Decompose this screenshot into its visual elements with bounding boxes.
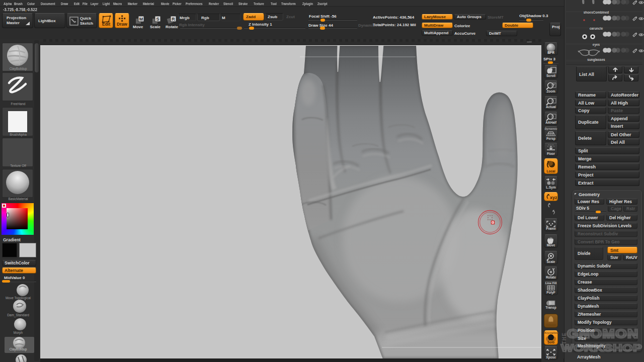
svg-text:M: M [139,17,143,22]
svg-text:R: R [172,17,175,22]
svg-text:xyz: xyz [550,195,557,200]
svg-text:S: S [156,17,159,22]
